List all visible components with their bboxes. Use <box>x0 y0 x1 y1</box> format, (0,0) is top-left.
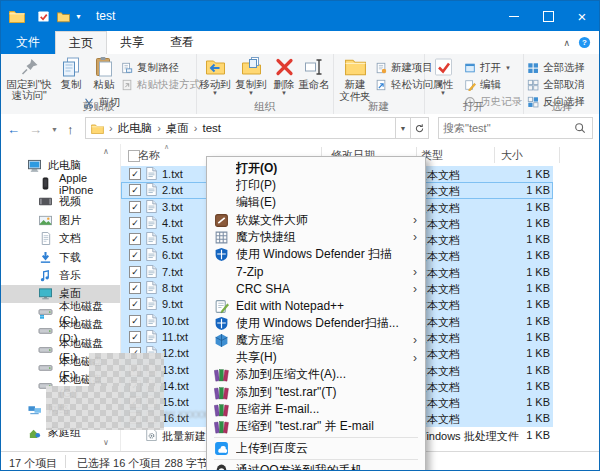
context-menu-item[interactable]: CRC SHA› <box>207 280 425 297</box>
context-menu-item[interactable]: 使用 Windows Defender 扫描 <box>207 246 425 263</box>
paste-button[interactable]: 粘贴 <box>89 56 119 90</box>
context-menu-item-label: 软媒文件大师 <box>236 212 409 229</box>
row-checkbox[interactable]: ✓ <box>129 201 141 213</box>
breadcrumb-this-pc[interactable]: 此电脑 <box>118 121 153 136</box>
group-label-clipboard: 剪贴板 <box>1 100 196 114</box>
videos-icon <box>38 195 53 208</box>
context-menu-item[interactable]: 上传到百度云 <box>207 440 425 457</box>
sidebar-item[interactable]: 文档 <box>1 230 120 248</box>
qat-new-folder-icon[interactable] <box>57 10 70 23</box>
delete-button[interactable]: 删除 ▼ <box>271 56 297 96</box>
back-button[interactable]: ← <box>7 122 20 137</box>
context-menu-item[interactable]: 压缩到 "test.rar" 并 E-mail <box>207 418 425 435</box>
context-menu-item-label: 通过QQ发送到我的手机 <box>236 462 417 471</box>
context-menu-item[interactable]: 使用 Windows Defender扫描... <box>207 315 425 332</box>
close-button[interactable]: × <box>565 1 599 31</box>
context-menu-item[interactable]: 魔方压缩› <box>207 332 425 349</box>
row-checkbox[interactable]: ✓ <box>129 168 141 180</box>
context-menu-item-label: 打开(O) <box>236 160 417 177</box>
tab-view[interactable]: 查看 <box>157 31 207 54</box>
menu-icon-spacer <box>214 350 229 365</box>
context-menu-item[interactable]: 软媒文件大师› <box>207 212 425 229</box>
pictures-icon <box>38 214 53 227</box>
context-menu-item[interactable]: 编辑(E) <box>207 194 425 211</box>
sidebar-item[interactable]: Apple iPhone <box>1 174 120 192</box>
help-icon[interactable]: ? <box>578 36 591 49</box>
paste-shortcut-button[interactable]: 粘贴快捷方式 <box>121 77 200 92</box>
copy-to-button[interactable]: 复制到 ▼ <box>234 56 268 96</box>
window-title: test <box>96 9 115 23</box>
context-menu-item[interactable]: 魔方快捷组› <box>207 229 425 246</box>
context-menu-item[interactable]: 打开(O) <box>207 160 425 177</box>
tab-share[interactable]: 共享 <box>107 31 157 54</box>
tab-file[interactable]: 文件 <box>1 31 55 54</box>
open-button[interactable]: 打开 ▼ <box>464 60 511 75</box>
txt-file-icon <box>146 297 157 310</box>
sidebar-item[interactable]: 下载 <box>1 248 120 266</box>
dropdown-caret-icon: ▼ <box>248 91 254 96</box>
breadcrumb-desktop[interactable]: 桌面 <box>166 121 189 136</box>
defender-icon <box>214 247 229 262</box>
context-menu-item[interactable]: 通过QQ发送到我的手机 <box>207 462 425 471</box>
row-checkbox[interactable]: ✓ <box>129 249 141 261</box>
address-dropdown-button[interactable]: ▼ <box>396 117 411 139</box>
forward-button[interactable]: → <box>29 122 42 137</box>
file-name: 5.txt <box>162 233 183 245</box>
properties-button[interactable]: 属性 ▼ <box>426 56 460 96</box>
sidebar-scroll-up-icon[interactable]: ∧ <box>103 147 109 156</box>
dropdown-caret-icon: ▼ <box>212 91 218 96</box>
context-menu-item-label: 魔方快捷组 <box>236 229 409 246</box>
sidebar-item-label: 视频 <box>59 194 81 209</box>
sidebar-item[interactable]: 图片 <box>1 211 120 229</box>
new-folder-button[interactable]: 新建 文件夹 <box>337 56 373 102</box>
svg-text:?: ? <box>582 38 587 47</box>
txt-file-icon <box>146 314 157 327</box>
context-menu-item[interactable]: 压缩并 E-mail... <box>207 401 425 418</box>
pin-to-quick-access-button[interactable]: 固定到"快速访问" <box>5 56 53 101</box>
tab-home[interactable]: 主页 <box>55 31 107 54</box>
select-all-button[interactable]: 全部选择 <box>527 60 585 75</box>
cube-icon <box>214 333 229 348</box>
sidebar-scroll-down-icon[interactable]: ∨ <box>103 438 109 447</box>
file-size: 1 KB <box>481 168 550 180</box>
row-checkbox[interactable]: ✓ <box>129 184 141 196</box>
documents-icon <box>38 232 53 245</box>
row-checkbox[interactable]: ✓ <box>129 315 141 327</box>
search-input[interactable] <box>439 122 574 134</box>
row-checkbox[interactable]: ✓ <box>129 298 141 310</box>
minimize-button[interactable] <box>497 1 531 31</box>
qat-customize-caret-icon[interactable]: ▼ <box>75 13 82 20</box>
refresh-button[interactable] <box>411 117 429 139</box>
qat-properties-icon[interactable] <box>37 10 50 23</box>
copy-to-icon <box>240 56 263 78</box>
column-header-size[interactable]: 大小 <box>501 148 523 163</box>
copy-button[interactable]: 复制 <box>56 56 86 90</box>
breadcrumb-current-folder[interactable]: test <box>203 122 222 134</box>
row-checkbox[interactable]: ✓ <box>129 282 141 294</box>
row-checkbox[interactable]: ✓ <box>129 266 141 278</box>
context-menu-item[interactable]: 添加到 "test.rar"(T) <box>207 383 425 400</box>
row-checkbox[interactable]: ✓ <box>129 233 141 245</box>
edit-button[interactable]: 编辑 <box>464 77 501 92</box>
context-menu-item-label: 压缩到 "test.rar" 并 E-mail <box>236 418 417 435</box>
row-checkbox[interactable]: ✓ <box>129 217 141 229</box>
context-menu-item[interactable]: 共享(H)› <box>207 349 425 366</box>
new-folder-icon <box>344 56 367 78</box>
history-caret-icon[interactable]: ▼ <box>51 126 58 133</box>
context-menu-item[interactable]: 7-Zip› <box>207 263 425 280</box>
collapse-ribbon-icon[interactable]: ∧ <box>563 38 570 48</box>
rename-button[interactable]: 重命名 <box>297 56 331 90</box>
move-to-button[interactable]: 移动到 ▼ <box>198 56 232 96</box>
select-none-button[interactable]: 全部取消 <box>527 77 585 92</box>
context-menu-item[interactable]: 打印(P) <box>207 177 425 194</box>
maximize-button[interactable] <box>531 1 565 31</box>
sidebar-item[interactable]: 音乐 <box>1 266 120 284</box>
row-checkbox[interactable]: ✓ <box>129 331 141 343</box>
breadcrumb[interactable]: › 此电脑 › 桌面 › test <box>85 117 396 139</box>
copy-path-button[interactable]: 复制路径 <box>121 60 179 75</box>
dropdown-caret-icon: ▼ <box>505 65 511 71</box>
up-button[interactable]: ↑ <box>67 122 74 137</box>
context-menu-item[interactable]: 添加到压缩文件(A)... <box>207 366 425 383</box>
column-header-name[interactable]: 名称 <box>138 148 160 163</box>
context-menu-item[interactable]: Edit with Notepad++ <box>207 298 425 315</box>
